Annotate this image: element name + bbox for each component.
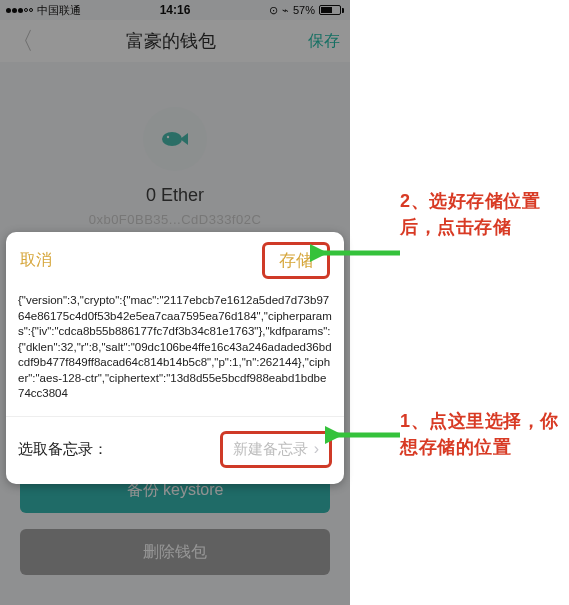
chevron-right-icon: › — [314, 440, 319, 458]
memo-row: 选取备忘录： 新建备忘录 › — [6, 417, 344, 484]
store-button[interactable]: 存储 — [279, 251, 313, 270]
keystore-json: {"version":3,"crypto":{"mac":"2117ebcb7e… — [6, 287, 344, 417]
memo-select[interactable]: 新建备忘录 — [233, 440, 308, 459]
store-button-highlight: 存储 — [262, 242, 330, 279]
annotation-step1: 1、点这里选择，你想存储的位置 — [400, 408, 565, 460]
annotation-step2: 2、选好存储位置后，点击存储 — [400, 188, 560, 240]
sheet-header: 取消 存储 — [6, 232, 344, 287]
save-sheet: 取消 存储 {"version":3,"crypto":{"mac":"2117… — [6, 232, 344, 484]
memo-select-highlight: 新建备忘录 › — [220, 431, 332, 468]
memo-label: 选取备忘录： — [18, 440, 108, 459]
phone-frame: 中国联通 14:16 ⊙ ⌁ 57% 〈 富豪的钱包 保存 0 Ether 0x… — [0, 0, 350, 605]
cancel-button[interactable]: 取消 — [20, 250, 52, 271]
